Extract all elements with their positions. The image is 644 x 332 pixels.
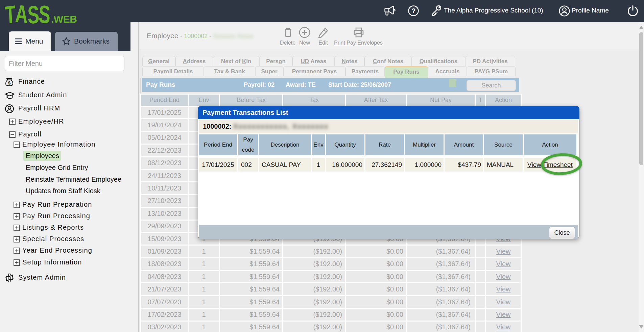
svg-text:$: $	[8, 80, 11, 85]
svg-text:?: ?	[411, 7, 415, 15]
